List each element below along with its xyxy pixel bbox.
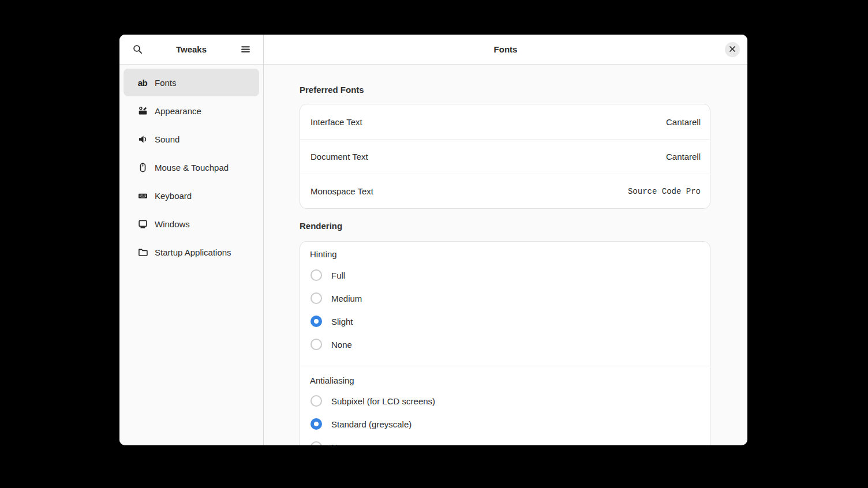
- sidebar-item-startup-applications[interactable]: Startup Applications: [124, 238, 259, 266]
- keyboard-icon: [137, 190, 148, 201]
- hinting-option-full[interactable]: Full: [300, 264, 710, 287]
- search-button[interactable]: [129, 41, 146, 58]
- radio-unchecked-icon[interactable]: [310, 395, 322, 407]
- hinting-option-medium[interactable]: Medium: [300, 287, 710, 310]
- monitor-icon: [137, 219, 148, 229]
- sidebar-item-label: Keyboard: [155, 191, 192, 201]
- sidebar-item-label: Startup Applications: [155, 247, 231, 257]
- font-row-value: Cantarell: [666, 152, 701, 162]
- page-title: Fonts: [494, 44, 518, 54]
- hamburger-menu-icon: [241, 44, 250, 54]
- font-row-document-text[interactable]: Document Text Cantarell: [300, 139, 710, 174]
- antialiasing-group-label: Antialiasing: [300, 376, 710, 386]
- font-row-monospace-text[interactable]: Monospace Text Source Code Pro: [300, 174, 710, 208]
- tweaks-window: Tweaks ab Fonts Appearance: [119, 35, 747, 445]
- radio-checked-icon[interactable]: [310, 316, 322, 327]
- font-row-label: Monospace Text: [310, 186, 373, 196]
- sidebar-item-label: Sound: [155, 134, 179, 144]
- radio-label: Subpixel (for LCD screens): [331, 396, 435, 406]
- antialiasing-option-standard[interactable]: Standard (greyscale): [300, 412, 710, 436]
- sidebar-item-sound[interactable]: Sound: [124, 125, 259, 153]
- preferred-fonts-card: Interface Text Cantarell Document Text C…: [300, 104, 710, 209]
- preferred-fonts-heading: Preferred Fonts: [300, 85, 710, 95]
- close-button[interactable]: [725, 42, 740, 57]
- sidebar: Tweaks ab Fonts Appearance: [119, 35, 264, 445]
- radio-label: Slight: [331, 317, 353, 326]
- sidebar-item-label: Windows: [155, 219, 190, 229]
- main-pane: Fonts Preferred Fonts Interface Text Can…: [264, 35, 747, 445]
- radio-label: Standard (greyscale): [331, 419, 411, 429]
- antialiasing-option-none[interactable]: None: [300, 436, 710, 445]
- antialiasing-radio-group: Subpixel (for LCD screens) Standard (gre…: [300, 389, 710, 445]
- radio-label: Medium: [331, 294, 362, 303]
- radio-unchecked-icon[interactable]: [310, 339, 322, 350]
- sidebar-item-windows[interactable]: Windows: [124, 210, 259, 238]
- font-row-label: Document Text: [310, 152, 368, 162]
- font-row-value: Cantarell: [666, 117, 701, 127]
- main-header: Fonts: [264, 35, 747, 65]
- font-row-value: Source Code Pro: [628, 187, 701, 196]
- radio-unchecked-icon[interactable]: [310, 441, 322, 445]
- radio-checked-icon[interactable]: [310, 418, 322, 430]
- hinting-option-none[interactable]: None: [300, 333, 710, 356]
- font-row-label: Interface Text: [310, 117, 362, 127]
- sidebar-item-appearance[interactable]: Appearance: [124, 97, 259, 125]
- card-separator: [300, 366, 710, 366]
- hinting-radio-group: Full Medium Slight None: [300, 264, 710, 356]
- sidebar-item-fonts[interactable]: ab Fonts: [124, 69, 259, 96]
- sidebar-list: ab Fonts Appearance Sound: [119, 65, 263, 266]
- radio-unchecked-icon[interactable]: [310, 292, 322, 304]
- menu-button[interactable]: [237, 41, 254, 58]
- desktop-background: Tweaks ab Fonts Appearance: [0, 0, 868, 488]
- radio-label: Full: [331, 271, 345, 280]
- radio-label: None: [331, 340, 352, 350]
- rendering-card: Hinting Full Medium Slight: [300, 241, 710, 445]
- speaker-icon: [137, 134, 148, 144]
- sidebar-header: Tweaks: [119, 35, 263, 65]
- radio-label: None: [331, 442, 352, 446]
- font-row-interface-text[interactable]: Interface Text Cantarell: [300, 104, 710, 139]
- sidebar-item-label: Mouse & Touchpad: [155, 163, 229, 172]
- search-icon: [133, 44, 143, 54]
- fonts-ab-icon: ab: [137, 77, 148, 88]
- sidebar-item-keyboard[interactable]: Keyboard: [124, 182, 259, 209]
- toolbox-icon: [137, 106, 148, 116]
- sidebar-item-mouse-touchpad[interactable]: Mouse & Touchpad: [124, 153, 259, 181]
- hinting-group-label: Hinting: [300, 249, 710, 260]
- hinting-option-slight[interactable]: Slight: [300, 310, 710, 333]
- rendering-heading: Rendering: [300, 221, 710, 231]
- radio-unchecked-icon[interactable]: [310, 269, 322, 281]
- sidebar-item-label: Fonts: [155, 78, 177, 88]
- mouse-icon: [137, 162, 148, 172]
- sidebar-title: Tweaks: [176, 44, 207, 54]
- antialiasing-option-subpixel[interactable]: Subpixel (for LCD screens): [300, 389, 710, 412]
- fonts-settings-page: Preferred Fonts Interface Text Cantarell…: [264, 65, 747, 445]
- folder-icon: [137, 247, 148, 257]
- close-icon: [729, 46, 736, 54]
- sidebar-item-label: Appearance: [155, 106, 201, 116]
